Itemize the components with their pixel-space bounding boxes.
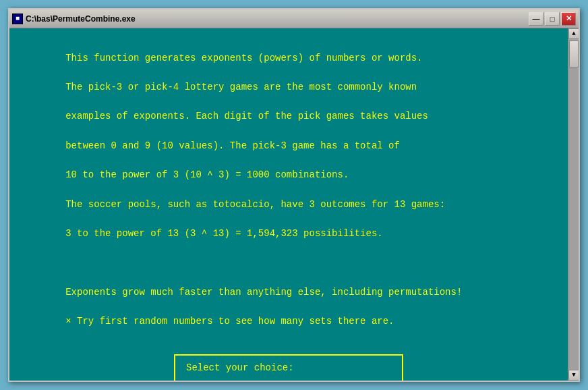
menu-box: Select your choice: <1> Numbers - Sequen…	[174, 354, 403, 381]
main-area: This function generates exponents (power…	[9, 28, 568, 381]
desc-line10: × Try first random numbers to see how ma…	[65, 316, 394, 327]
desc-line2: The pick-3 or pick-4 lottery games are t…	[65, 82, 417, 92]
maximize-button[interactable]: □	[545, 12, 560, 26]
desc-line3: examples of exponents. Each digit of the…	[65, 111, 428, 121]
description-block: This function generates exponents (power…	[20, 36, 557, 343]
desc-line1: This function generates exponents (power…	[65, 53, 422, 63]
title-bar: ■ C:\bas\PermuteCombine.exe — □ ✕	[9, 9, 579, 28]
menu-header: Select your choice:	[175, 356, 402, 381]
desc-line4: between 0 and 9 (10 values). The pick-3 …	[65, 140, 400, 151]
desc-line7: 3 to the power of 13 (3 ^ 13) = 1,594,32…	[65, 228, 382, 239]
scroll-down-button[interactable]: ▼	[568, 370, 579, 381]
window-title: C:\bas\PermuteCombine.exe	[26, 14, 136, 24]
window-controls: — □ ✕	[529, 12, 576, 26]
scroll-track[interactable]	[568, 39, 579, 370]
scroll-thumb[interactable]	[569, 40, 579, 67]
scrollbar[interactable]: ▲ ▼	[568, 28, 579, 381]
scroll-up-button[interactable]: ▲	[568, 28, 579, 39]
desc-line5: 10 to the power of 3 (10 ^ 3) = 1000 com…	[65, 169, 349, 180]
window-content: This function generates exponents (power…	[9, 28, 579, 381]
title-bar-left: ■ C:\bas\PermuteCombine.exe	[12, 13, 136, 24]
app-icon: ■	[12, 13, 23, 24]
close-button[interactable]: ✕	[561, 12, 576, 26]
desc-line6: The soccer pools, such as totocalcio, ha…	[65, 199, 445, 210]
minimize-button[interactable]: —	[529, 12, 543, 26]
main-window: ■ C:\bas\PermuteCombine.exe — □ ✕ This f…	[8, 8, 580, 382]
desc-line9: Exponents grow much faster than anything…	[65, 287, 462, 298]
